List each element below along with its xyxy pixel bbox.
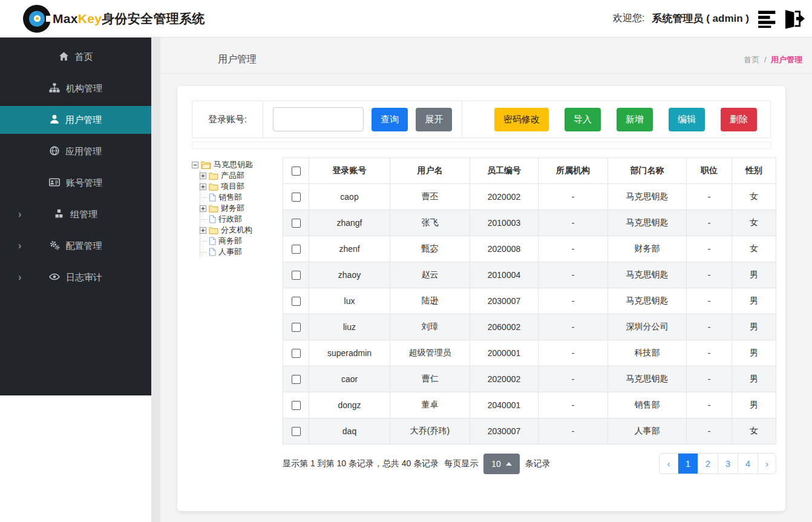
cell-org: - [539, 392, 608, 418]
action-buttons: 密码修改 导入 新增 编辑 删除 [494, 108, 770, 131]
tree-node[interactable]: 销售部 [200, 192, 283, 203]
table-row[interactable]: zhenf 甄宓 2020008 - 财务部 - 女 [283, 236, 776, 262]
select-all-cell [283, 158, 309, 184]
next-page-button[interactable]: › [758, 454, 776, 474]
table-header-row: 登录账号 用户名 员工编号 所属机构 部门名称 职位 性别 [283, 158, 776, 184]
row-checkbox[interactable] [292, 297, 301, 306]
tree-node[interactable]: 行政部 [200, 214, 283, 225]
sidebar-gutter [151, 38, 160, 522]
user-icon [50, 114, 59, 126]
tree-guide-line [200, 252, 206, 253]
sidebar-item-home[interactable]: 首页 [0, 43, 151, 71]
page-button-4[interactable]: 4 [738, 454, 758, 474]
tree-node[interactable]: 分支机构 [200, 225, 283, 236]
menu-list-icon[interactable] [758, 10, 778, 28]
row-checkbox[interactable] [292, 245, 301, 254]
add-button[interactable]: 新增 [617, 108, 653, 131]
tree-node-label: 马克思钥匙 [214, 159, 253, 170]
tree-guide-line [200, 241, 206, 242]
sidebar-item-org[interactable]: 机构管理 [0, 74, 151, 102]
cell-empno: 2020008 [470, 236, 539, 262]
table-row[interactable]: zhangf 张飞 2010003 - 马克思钥匙 - 女 [283, 210, 776, 236]
row-select-cell [283, 392, 309, 418]
expand-toggle-icon[interactable] [200, 183, 206, 190]
table-row[interactable]: lux 陆逊 2030007 - 马克思钥匙 - 男 [283, 288, 776, 314]
query-button[interactable]: 查询 [372, 108, 408, 131]
sidebar-item-users[interactable]: 用户管理 [0, 106, 151, 134]
sidebar-item-accounts[interactable]: 账号管理 [0, 169, 151, 197]
expand-button[interactable]: 展开 [416, 108, 452, 131]
tree-node[interactable]: 人事部 [200, 246, 283, 257]
page-button-2[interactable]: 2 [698, 454, 718, 474]
cell-username: 曹仁 [390, 366, 470, 392]
collapse-toggle-icon[interactable] [192, 162, 198, 168]
row-checkbox[interactable] [292, 271, 301, 280]
login-account-input[interactable] [273, 107, 364, 131]
chevron-right-icon: › [18, 240, 21, 251]
main-layout: 首页 机构管理 用户管理 应用管理 账号管理 › 组管理 [0, 38, 812, 522]
tree-node-root[interactable]: 马克思钥匙 [192, 159, 283, 170]
user-management-card: 登录账号: 查询 展开 密码修改 导入 新增 编辑 删除 [177, 86, 785, 511]
sidebar-item-config[interactable]: › 配置管理 [0, 232, 151, 260]
table-row[interactable]: dongz 董卓 2040001 - 销售部 - 男 [283, 392, 776, 418]
cell-login: caor [309, 366, 390, 392]
tree-node[interactable]: 产品部 [200, 170, 283, 181]
sidebar-item-apps[interactable]: 应用管理 [0, 137, 151, 165]
table-row[interactable]: caop 曹丕 2020002 - 马克思钥匙 - 女 [283, 184, 776, 210]
row-checkbox[interactable] [292, 219, 301, 228]
table-row[interactable]: zhaoy 赵云 2010004 - 马克思钥匙 - 男 [283, 262, 776, 288]
table-row[interactable]: daq 大乔(乔玮) 2030007 - 人事部 - 女 [283, 418, 776, 444]
expand-toggle-icon[interactable] [200, 205, 206, 212]
tree-node-label: 人事部 [218, 246, 242, 257]
tree-node-label: 行政部 [218, 214, 242, 225]
sidebar-item-label: 应用管理 [65, 146, 102, 157]
expand-toggle-icon[interactable] [200, 227, 206, 234]
page-button-1[interactable]: 1 [678, 454, 698, 474]
row-checkbox[interactable] [292, 375, 301, 384]
import-button[interactable]: 导入 [565, 108, 601, 131]
tree-node-label: 产品部 [221, 170, 244, 181]
cell-username: 甄宓 [390, 236, 470, 262]
table-row[interactable]: caor 曹仁 2020002 - 马克思钥匙 - 男 [283, 366, 776, 392]
cell-empno: 2030007 [470, 418, 539, 444]
edit-button[interactable]: 编辑 [669, 108, 705, 131]
cell-login: lux [309, 288, 390, 314]
row-checkbox[interactable] [292, 323, 301, 332]
chevron-right-icon: › [18, 209, 21, 220]
row-select-cell [283, 210, 309, 236]
cell-position: - [687, 366, 732, 392]
row-checkbox[interactable] [292, 401, 301, 410]
tree-node-label: 财务部 [221, 203, 244, 214]
folder-icon [209, 205, 218, 213]
cell-username: 张飞 [390, 210, 470, 236]
tree-node[interactable]: 项目部 [200, 181, 283, 192]
row-checkbox[interactable] [292, 349, 301, 358]
tree-node[interactable]: 财务部 [200, 203, 283, 214]
change-password-button[interactable]: 密码修改 [494, 108, 549, 131]
current-user-label: 系统管理员 ( admin ) [652, 12, 749, 25]
cell-username: 刘璋 [390, 314, 470, 340]
row-checkbox[interactable] [292, 193, 301, 202]
folder-open-icon [201, 160, 211, 169]
select-all-checkbox[interactable] [292, 167, 301, 176]
row-checkbox[interactable] [292, 427, 301, 436]
delete-button[interactable]: 删除 [721, 108, 757, 131]
cell-org: - [539, 236, 608, 262]
row-select-cell [283, 262, 309, 288]
sidebar-item-label: 组管理 [70, 209, 97, 220]
page-button-3[interactable]: 3 [718, 454, 738, 474]
sidebar-item-groups[interactable]: › 组管理 [0, 200, 151, 228]
page-size-select[interactable]: 10 [483, 454, 520, 474]
previous-page-button[interactable]: ‹ [660, 454, 678, 474]
cell-gender: 男 [732, 340, 776, 366]
sidebar-item-audit[interactable]: › 日志审计 [0, 263, 151, 291]
tree-node[interactable]: 商务部 [200, 236, 283, 246]
table-row[interactable]: liuz 刘璋 2060002 - 深圳分公司 - 男 [283, 314, 776, 340]
expand-toggle-icon[interactable] [200, 173, 206, 179]
sidebar-item-label: 机构管理 [66, 83, 102, 94]
breadcrumb-home-link[interactable]: 首页 [744, 55, 759, 64]
table-row[interactable]: superadmin 超级管理员 2000001 - 科技部 - 男 [283, 340, 776, 366]
cell-gender: 男 [732, 314, 776, 340]
logout-icon[interactable] [782, 8, 806, 30]
cell-username: 超级管理员 [390, 340, 470, 366]
